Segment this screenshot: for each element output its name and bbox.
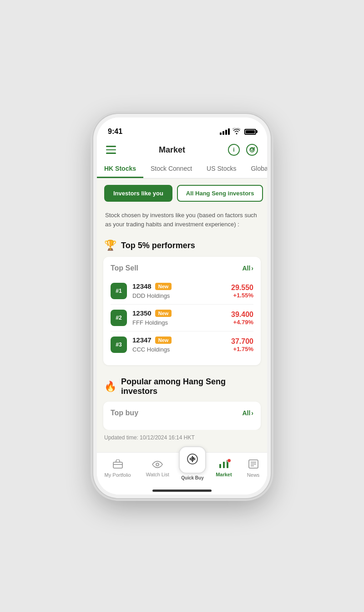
header: Market i [97,140,267,160]
market-notification-dot [227,459,231,463]
stock-name-row-3: 12347 New [132,336,226,344]
bottom-nav-container: My Portfolio Watch List [97,452,267,495]
price-change-1: +1.55% [231,292,253,299]
nav-label-quickbuy: Quick Buy [181,475,203,480]
menu-line [106,149,116,151]
price-change-2: +4.79% [231,319,253,326]
trophy-icon: 🏆 [104,240,116,251]
price-value-2: 39.400 [231,311,253,319]
price-value-3: 37.700 [231,337,253,346]
stock-row-3[interactable]: #3 12347 New CCC Holdings 37.700 +1.75% [111,332,253,358]
status-time: 9:41 [108,128,122,136]
page-title: Market [159,145,185,155]
home-indicator [152,490,212,492]
eye-icon [152,460,163,470]
top-sell-all-link[interactable]: All › [242,265,253,272]
stock-info-3: 12347 New CCC Holdings [132,336,226,353]
nav-label-portfolio: My Portfolio [105,472,131,478]
svg-rect-0 [113,462,122,468]
nav-label-market: Market [216,472,232,477]
nav-item-market[interactable]: Market [210,458,237,479]
description-text: Stock chosen by investors like you (base… [97,206,267,235]
svg-rect-5 [219,464,221,468]
main-content: Investors like you All Hang Seng investo… [97,178,267,452]
stock-info-2: 12350 New FFF Holdings [132,309,226,326]
stock-name-row-1: 12348 New [132,282,226,290]
svg-point-2 [156,463,159,466]
nav-label-watchlist: Watch List [146,472,169,477]
stock-price-3: 37.700 +1.75% [231,337,253,352]
filter-all-hang-seng[interactable]: All Hang Seng investors [177,185,263,202]
bottom-nav: My Portfolio Watch List [97,452,267,490]
stock-name-row-2: 12350 New [132,309,226,317]
tab-stock-connect[interactable]: Stock Connect [143,160,199,178]
menu-icon[interactable] [106,146,116,154]
market-icon-wrap [218,459,229,470]
status-bar: 9:41 [97,117,267,140]
tab-us-stocks[interactable]: US Stocks [199,160,243,178]
stock-row-1[interactable]: #1 12348 New DDD Holdings 29.550 +1.55% [111,278,253,305]
top5-title: Top 5% performers [121,241,195,250]
top-buy-all-link[interactable]: All › [242,409,253,417]
nav-item-watchlist[interactable]: Watch List [141,458,175,479]
wifi-icon [233,128,241,136]
refresh-icon[interactable] [246,144,258,156]
price-value-1: 29.550 [231,284,253,292]
tab-global[interactable]: Globa [243,160,267,178]
menu-line [106,146,116,147]
stock-code-1: 12348 [132,282,152,290]
stock-info-1: 12348 New DDD Holdings [132,282,226,300]
stock-price-2: 39.400 +4.79% [231,311,253,326]
top-buy-label: Top buy [111,409,138,417]
rank-badge-3: #3 [111,337,127,353]
stock-code-3: 12347 [132,336,152,344]
new-badge-1: New [155,283,172,290]
popular-section-header: 🔥 Popular among Hang Seng investors [97,372,267,402]
top-sell-card: Top Sell All › #1 12348 New [103,257,261,365]
filter-investors-like-you[interactable]: Investors like you [104,185,172,202]
top5-section-header: 🏆 Top 5% performers [97,235,267,257]
new-badge-2: New [155,310,172,317]
fire-icon: 🔥 [104,381,116,393]
tabs: HK Stocks Stock Connect US Stocks Globa [97,160,267,178]
news-icon [248,459,258,471]
quickbuy-icon [187,453,198,467]
battery-icon [244,129,256,135]
rank-badge-1: #1 [111,283,127,299]
filter-row: Investors like you All Hang Seng investo… [97,178,267,206]
quick-buy-button[interactable] [179,446,206,474]
price-change-3: +1.75% [231,346,253,352]
portfolio-icon [113,459,123,471]
stock-code-2: 12350 [132,309,152,317]
nav-item-quickbuy[interactable]: Quick Buy [179,446,206,480]
signal-icon [220,128,230,135]
menu-line [106,153,116,154]
popular-title: Popular among Hang Seng investors [121,377,260,396]
nav-item-portfolio[interactable]: My Portfolio [99,458,136,479]
nav-label-news: News [247,472,260,478]
nav-item-news[interactable]: News [242,458,265,479]
stock-row-2[interactable]: #2 12350 New FFF Holdings 39.400 +4.79% [111,305,253,332]
svg-rect-6 [223,462,225,468]
status-icons [220,128,256,136]
info-icon[interactable]: i [228,144,240,156]
updated-time: Updated time: 10/12/2024 16:14 HKT [97,430,267,445]
top-buy-header: Top buy All › [111,409,253,417]
tab-hk-stocks[interactable]: HK Stocks [97,160,143,178]
header-actions: i [228,144,258,156]
chart-icon [218,462,229,470]
stock-company-3: CCC Holdings [132,346,170,353]
new-badge-3: New [155,337,172,344]
top-sell-label: Top Sell [111,264,138,272]
rank-badge-2: #2 [111,310,127,326]
stock-company-2: FFF Holdings [132,319,168,326]
stock-company-1: DDD Holdings [132,292,170,299]
card-header: Top Sell All › [111,264,253,272]
top-buy-card: Top buy All › [103,402,261,430]
stock-price-1: 29.550 +1.55% [231,284,253,299]
